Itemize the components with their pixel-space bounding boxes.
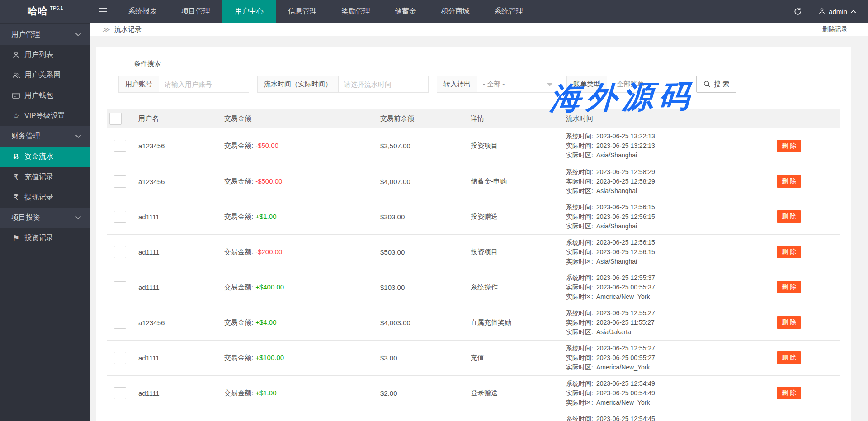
real-time-label: 实际时间: bbox=[566, 354, 593, 361]
real-time-label: 实际时间: bbox=[566, 178, 593, 185]
real-time-value: 2023-06-25 12:56:15 bbox=[596, 248, 655, 255]
real-time-value: 2023-06-25 00:55:37 bbox=[596, 284, 655, 291]
username-cell: a123456 bbox=[132, 305, 217, 340]
page-title: 流水记录 bbox=[114, 25, 142, 34]
sidebar-group-title[interactable]: 项目投资 bbox=[0, 208, 90, 228]
inout-filter: 转入转出 - 全部 - bbox=[437, 76, 558, 93]
nav-item-1[interactable]: 系统报表 bbox=[116, 0, 169, 23]
sidebar-group-title[interactable]: 用户管理 bbox=[0, 24, 90, 45]
nav-item-2[interactable]: 项目管理 bbox=[169, 0, 222, 23]
hamburger-icon[interactable] bbox=[90, 0, 116, 23]
delete-records-button[interactable]: 删除记录 bbox=[816, 23, 854, 36]
breadcrumb: ≫ 流水记录 删除记录 bbox=[90, 23, 868, 36]
row-checkbox[interactable] bbox=[114, 352, 126, 364]
row-checkbox[interactable] bbox=[114, 387, 126, 399]
row-checkbox[interactable] bbox=[114, 246, 126, 258]
time-cell: 系统时间:2023-06-25 12:54:49 实际时间:2023-06-25… bbox=[563, 375, 769, 411]
search-panel: 条件搜索 用户账号 流水时间（实际时间） 转入转出 - 全部 - bbox=[112, 60, 835, 102]
nav-item-5[interactable]: 奖励管理 bbox=[329, 0, 382, 23]
bill-type-select[interactable]: - 全部账单 - bbox=[607, 76, 688, 93]
nav-item-3[interactable]: 用户中心 bbox=[222, 0, 276, 23]
amount-prefix: 交易金额: bbox=[224, 283, 253, 291]
sidebar-item[interactable]: ₹充值记录 bbox=[0, 167, 90, 187]
username-cell: ad1111 bbox=[132, 199, 217, 234]
username: admin bbox=[829, 8, 847, 15]
delete-button[interactable]: 删 除 bbox=[777, 351, 801, 364]
sidebar-item[interactable]: Ƀ资金流水 bbox=[0, 147, 90, 167]
time-cell: 系统时间:2023-06-25 12:56:15 实际时间:2023-06-25… bbox=[563, 234, 769, 270]
bill-type-label: 账单类型 bbox=[566, 76, 607, 93]
person-icon bbox=[818, 8, 826, 15]
balance-cell: $103.00 bbox=[373, 270, 464, 305]
time-label: 流水时间（实际时间） bbox=[257, 76, 338, 93]
row-checkbox[interactable] bbox=[114, 175, 126, 188]
detail-cell: 直属充值奖励 bbox=[464, 305, 563, 340]
delete-button[interactable]: 删 除 bbox=[777, 281, 801, 293]
select-all-checkbox[interactable] bbox=[109, 113, 122, 125]
amount-value: +$1.00 bbox=[255, 213, 276, 220]
timezone-value: Asia/Jakarta bbox=[596, 328, 631, 336]
amount-prefix: 交易金额: bbox=[224, 248, 253, 255]
nav-item-7[interactable]: 积分商城 bbox=[429, 0, 482, 23]
row-checkbox[interactable] bbox=[114, 317, 126, 329]
sidebar-item[interactable]: ⚑投资记录 bbox=[0, 228, 90, 248]
sidebar-group-label: 财务管理 bbox=[11, 132, 75, 141]
user-menu[interactable]: admin bbox=[810, 0, 868, 23]
amount-value: +$4.00 bbox=[255, 318, 276, 326]
delete-button[interactable]: 删 除 bbox=[777, 387, 801, 399]
account-filter: 用户账号 bbox=[118, 76, 249, 93]
balance-cell: $4,007.00 bbox=[373, 164, 464, 199]
username-cell: ad1111 bbox=[132, 340, 217, 375]
sidebar-item[interactable]: ₹提现记录 bbox=[0, 187, 90, 208]
amount-prefix: 交易金额: bbox=[224, 318, 253, 326]
sidebar-group-title[interactable]: 财务管理 bbox=[0, 126, 90, 147]
nav-item-4[interactable]: 信息管理 bbox=[276, 0, 329, 23]
sidebar-item-label: VIP等级设置 bbox=[24, 111, 65, 121]
sidebar-item[interactable]: 用户关系网 bbox=[0, 65, 90, 85]
delete-button[interactable]: 删 除 bbox=[777, 210, 801, 223]
real-time-value: 2023-06-25 12:56:15 bbox=[596, 213, 655, 220]
delete-button[interactable]: 删 除 bbox=[777, 246, 801, 258]
time-input[interactable] bbox=[338, 76, 429, 93]
sidebar-item[interactable]: 用户钱包 bbox=[0, 85, 90, 106]
username-cell: a123456 bbox=[132, 164, 217, 199]
real-time-value: 2023-06-25 00:55:27 bbox=[596, 354, 655, 361]
sidebar-group-label: 项目投资 bbox=[11, 213, 75, 222]
sys-time-label: 系统时间: bbox=[566, 309, 593, 317]
double-chevron-icon: ≫ bbox=[102, 25, 110, 34]
sidebar-item[interactable]: ☆VIP等级设置 bbox=[0, 106, 90, 126]
delete-button[interactable]: 删 除 bbox=[777, 140, 801, 152]
delete-button[interactable]: 删 除 bbox=[777, 175, 801, 188]
amount-value: -$50.00 bbox=[255, 142, 278, 149]
row-checkbox[interactable] bbox=[114, 281, 126, 293]
delete-button[interactable]: 删 除 bbox=[777, 316, 801, 329]
sidebar-item[interactable]: 用户列表 bbox=[0, 45, 90, 65]
search-button[interactable]: 搜 索 bbox=[696, 76, 736, 93]
sidebar-item-label: 投资记录 bbox=[24, 233, 53, 243]
inout-select[interactable]: - 全部 - bbox=[477, 76, 558, 93]
timezone-value: Asia/Shanghai bbox=[596, 187, 637, 194]
sys-time-value: 2023-06-25 12:58:29 bbox=[596, 168, 655, 175]
real-time-value: 2023-06-25 12:58:29 bbox=[596, 178, 655, 185]
balance-cell bbox=[373, 411, 464, 421]
refresh-icon[interactable] bbox=[785, 0, 810, 23]
app-logo: 哈哈 TP5.1 bbox=[0, 0, 90, 23]
rupee-icon: ₹ bbox=[12, 172, 20, 182]
time-cell: 系统时间:2023-06-25 12:55:37 实际时间:2023-06-25… bbox=[563, 270, 769, 305]
row-checkbox[interactable] bbox=[114, 211, 126, 223]
time-cell: 系统时间:2023-06-25 12:55:27 实际时间:2023-06-25… bbox=[563, 305, 769, 340]
sidebar-item-label: 资金流水 bbox=[24, 152, 53, 161]
amount-cell: 交易金额:+$1.00 bbox=[217, 375, 373, 411]
row-checkbox[interactable] bbox=[114, 140, 126, 152]
timezone-label: 实际时区: bbox=[566, 293, 593, 300]
col-header-amount: 交易金额 bbox=[217, 109, 373, 128]
amount-prefix: 交易金额: bbox=[224, 177, 253, 185]
nav-item-8[interactable]: 系统管理 bbox=[482, 0, 535, 23]
sys-time-label: 系统时间: bbox=[566, 239, 593, 246]
time-cell: 系统时间:2023-06-25 12:54:45 bbox=[563, 411, 769, 421]
nav-item-6[interactable]: 储蓄金 bbox=[382, 0, 429, 23]
timezone-value: America/New_York bbox=[596, 364, 650, 371]
dropdown-arrow-icon bbox=[547, 83, 552, 86]
account-input[interactable] bbox=[159, 76, 249, 93]
balance-cell: $2.00 bbox=[373, 375, 464, 411]
